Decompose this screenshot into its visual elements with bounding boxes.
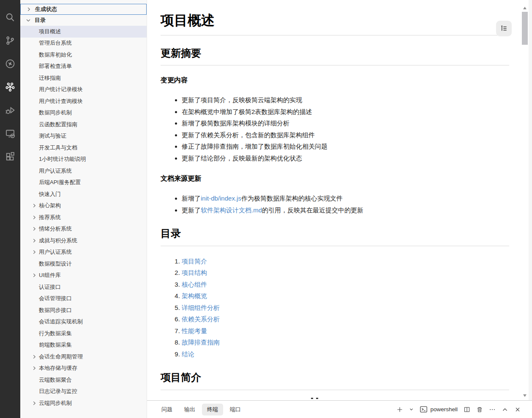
chevron-right-icon bbox=[31, 272, 39, 278]
toc-tree-item[interactable]: 测试与验证 bbox=[20, 130, 147, 142]
split-terminal-icon[interactable] bbox=[464, 406, 470, 413]
doc-list-item: 新增了极简数据库架构模块的详细分析 bbox=[182, 117, 509, 129]
toc-tree-item[interactable]: 情绪分析系统 bbox=[20, 223, 147, 235]
toc-tree-item[interactable]: 认证接口 bbox=[20, 281, 147, 293]
doc-body: 更新摘要变更内容更新了项目简介，反映极简云端架构的实现在架构概览中增加了极简2表… bbox=[161, 46, 509, 390]
chevron-right-icon bbox=[31, 238, 39, 244]
toc-tree-item[interactable]: 行为数据采集 bbox=[20, 328, 147, 339]
toc-tree-item[interactable]: 开发工具与文档 bbox=[20, 142, 147, 154]
doc-link[interactable]: 软件架构设计文档.md bbox=[201, 206, 262, 214]
doc-list-item: 新增了init-db/index.js作为极简数据库架构的核心实现文件 bbox=[182, 193, 509, 204]
search-icon[interactable] bbox=[0, 5, 20, 29]
toc-tree-item[interactable]: UI组件库 bbox=[20, 270, 147, 282]
doc-link[interactable]: 核心组件 bbox=[182, 281, 207, 288]
toc-tree-item[interactable]: 云端数据聚合 bbox=[20, 374, 147, 386]
doc-link[interactable]: 项目简介 bbox=[182, 258, 207, 265]
powershell-badge-icon[interactable] bbox=[420, 405, 428, 413]
doc-list-item: 结论 bbox=[182, 348, 509, 360]
editor-gutter bbox=[529, 0, 532, 400]
bottom-panel: 问题输出终端端口 powershell bbox=[147, 400, 532, 418]
scroll-up-arrow[interactable] bbox=[523, 7, 527, 9]
toc-tree-item[interactable]: 前端数据采集 bbox=[20, 339, 147, 351]
markdown-document: 项目概述 更新摘要变更内容更新了项目简介，反映极简云端架构的实现在架构概览中增加… bbox=[147, 0, 521, 400]
toc-tree-item[interactable]: 本地存储与缓存 bbox=[20, 363, 147, 375]
doc-link[interactable]: 详细组件分析 bbox=[182, 304, 220, 311]
doc-text: 更新了 bbox=[182, 206, 201, 214]
toc-item-label: 管理后台系统 bbox=[39, 39, 72, 47]
chevron-right-icon bbox=[31, 214, 39, 220]
doc-heading: 文档来源更新 bbox=[161, 174, 509, 183]
terminal-picker-chevron-icon[interactable] bbox=[409, 407, 414, 412]
toc-tree-item[interactable]: 会话管理接口 bbox=[20, 293, 147, 305]
remote-window-icon[interactable] bbox=[0, 122, 20, 145]
section-header-toc[interactable]: 目录 bbox=[20, 15, 147, 26]
toc-item-label: 后端API服务配置 bbox=[39, 179, 81, 186]
new-terminal-icon[interactable] bbox=[396, 406, 403, 413]
scrollbar-thumb[interactable] bbox=[522, 12, 528, 45]
toc-tree-item[interactable]: 用户统计记录模块 bbox=[20, 84, 147, 96]
toc-tree-item[interactable]: 核心架构 bbox=[20, 200, 147, 212]
toc-item-label: 快速入门 bbox=[39, 190, 61, 198]
graph-icon[interactable] bbox=[0, 75, 20, 98]
toc-tree-item[interactable]: 数据同步接口 bbox=[20, 304, 147, 316]
doc-list-item: 详细组件分析 bbox=[182, 302, 509, 314]
toc-tree-item[interactable]: 部署检查清单 bbox=[20, 61, 147, 73]
doc-link[interactable]: 架构概览 bbox=[182, 292, 207, 299]
panel-tab-inactive[interactable]: 输出 bbox=[179, 404, 200, 415]
activity-bar bbox=[0, 0, 20, 418]
doc-text: 修正了故障排查指南，增加了数据库初始化相关问题 bbox=[182, 143, 327, 150]
doc-list-item: 依赖关系分析 bbox=[182, 313, 509, 325]
panel-tab-inactive[interactable]: 问题 bbox=[156, 404, 177, 415]
doc-link[interactable]: 故障排查指南 bbox=[182, 339, 220, 346]
doc-link[interactable]: 依赖关系分析 bbox=[182, 315, 220, 323]
toc-item-label: 本地存储与缓存 bbox=[39, 364, 77, 372]
toc-tree-item[interactable]: 后端API服务配置 bbox=[20, 177, 147, 189]
maximize-panel-icon[interactable] bbox=[502, 406, 508, 413]
toc-item-label: 迁移指南 bbox=[39, 74, 61, 82]
doc-link[interactable]: 结论 bbox=[182, 350, 194, 358]
toc-tree-item[interactable]: 管理后台系统 bbox=[20, 38, 147, 49]
toc-tree-item[interactable]: 数据模型设计 bbox=[20, 258, 147, 270]
toc-tree-item[interactable]: 成就与积分系统 bbox=[20, 235, 147, 247]
toc-tree-item[interactable]: 迁移指南 bbox=[20, 72, 147, 84]
section-header-generation-status[interactable]: 生成状态 bbox=[20, 4, 147, 15]
toc-tree-item[interactable]: 数据库初始化 bbox=[20, 49, 147, 61]
doc-link[interactable]: init-db/index.js bbox=[201, 195, 241, 202]
chevron-right-icon bbox=[31, 203, 39, 209]
toc-item-label: 部署检查清单 bbox=[39, 62, 72, 70]
doc-link[interactable]: 项目结构 bbox=[182, 269, 207, 276]
toc-tree: 项目概述管理后台系统数据库初始化部署检查清单迁移指南用户统计记录模块用户统计查询… bbox=[20, 26, 147, 409]
kill-terminal-icon[interactable] bbox=[476, 406, 483, 413]
toc-tree-item[interactable]: 云函数配置指南 bbox=[20, 119, 147, 130]
chevron-down-icon bbox=[25, 17, 32, 24]
close-panel-icon[interactable] bbox=[514, 406, 521, 413]
more-actions-icon[interactable] bbox=[489, 406, 496, 413]
toc-tree-item[interactable]: 用户认证系统 bbox=[20, 247, 147, 258]
source-control-icon[interactable] bbox=[0, 29, 20, 52]
outline-toggle-button[interactable] bbox=[496, 21, 512, 36]
doc-link[interactable]: 性能考量 bbox=[182, 327, 207, 334]
toc-tree-item[interactable]: 快速入门 bbox=[20, 188, 147, 200]
doc-text: 更新了结论部分，反映最新的架构优化状态 bbox=[182, 155, 302, 162]
toc-tree-item[interactable]: 会话生命周期管理 bbox=[20, 351, 147, 363]
panel-tab-inactive[interactable]: 端口 bbox=[225, 404, 246, 415]
debug-icon[interactable] bbox=[0, 98, 20, 122]
toc-tree-item[interactable]: 会话追踪实现机制 bbox=[20, 316, 147, 328]
panel-tab-active[interactable]: 终端 bbox=[202, 404, 223, 415]
toc-tree-item[interactable]: 用户统计查询模块 bbox=[20, 95, 147, 107]
toc-item-label: 云端数据聚合 bbox=[39, 376, 72, 384]
doc-list-item: 核心组件 bbox=[182, 279, 509, 290]
toc-tree-item[interactable]: 用户认证系统 bbox=[20, 165, 147, 177]
toc-item-label: 日志记录与监控 bbox=[39, 388, 77, 395]
scroll-down-arrow[interactable] bbox=[523, 394, 527, 397]
star-circle-icon[interactable] bbox=[0, 52, 20, 75]
extensions-icon[interactable] bbox=[0, 145, 20, 168]
toc-item-label: 云端同步机制 bbox=[39, 399, 72, 407]
toc-tree-item[interactable]: 日志记录与监控 bbox=[20, 386, 147, 398]
toc-tree-item[interactable]: 推荐系统 bbox=[20, 212, 147, 223]
toc-tree-item[interactable]: 1小时统计功能说明 bbox=[20, 154, 147, 166]
toc-item-label: 用户统计记录模块 bbox=[39, 86, 83, 93]
toc-tree-item[interactable]: 数据同步机制 bbox=[20, 107, 147, 119]
toc-tree-item[interactable]: 云端同步机制 bbox=[20, 397, 147, 409]
toc-tree-item[interactable]: 项目概述 bbox=[20, 26, 147, 38]
